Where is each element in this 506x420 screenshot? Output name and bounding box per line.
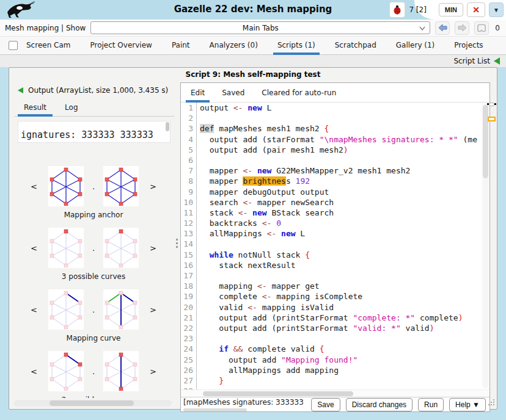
tab-saved[interactable]: Saved — [221, 86, 246, 102]
chevron-down-icon: ▼ — [493, 7, 499, 13]
collapse-output-icon[interactable] — [18, 87, 23, 93]
arrow-right-icon — [458, 24, 467, 32]
mesh-caption: 2 possible curves — [14, 396, 173, 398]
mesh-image-right — [103, 289, 139, 330]
tab-gallery[interactable]: Gallery (1) — [395, 36, 436, 55]
output-header: Output (ArrayList, size 1,000, 3.435 s) — [28, 86, 168, 95]
marker-range-widget[interactable] — [487, 102, 496, 106]
code-line: 18 mapping <- mapper get — [181, 281, 490, 291]
discard-changes-button[interactable]: Discard changes — [346, 398, 413, 411]
mesh-diagram — [49, 290, 83, 329]
arrow-left-icon — [438, 24, 447, 32]
result-text: ignatures: 333333 333333 — [21, 129, 153, 140]
mesh-next-button[interactable]: > — [147, 182, 159, 191]
back-button[interactable] — [435, 21, 450, 35]
main-tabs-select-value: Main Tabs — [243, 24, 279, 32]
script-panel: Script 9: Mesh self-mapping test Output … — [9, 67, 497, 410]
code-line: 4 output add (starFormat "\nmapMeshes si… — [181, 134, 490, 145]
mesh-diagram — [49, 167, 83, 206]
mesh-next-button[interactable]: > — [147, 305, 159, 314]
mesh-list: <.>Mapping anchor<.>3 possible curves<.>… — [14, 158, 173, 398]
tab-paint[interactable]: Paint — [170, 36, 191, 55]
tab-cleared-for-auto-run[interactable]: Cleared for auto-run — [260, 86, 337, 102]
mesh-next-button[interactable]: > — [147, 244, 159, 253]
mesh-prev-button[interactable]: < — [28, 244, 40, 253]
tab-log[interactable]: Log — [64, 101, 79, 116]
history-count: 0 — [494, 24, 501, 32]
mesh-image-right — [103, 228, 139, 268]
code-line: 15 while notNull stack { — [181, 250, 490, 260]
debug-button[interactable] — [389, 2, 405, 18]
mesh-diagram — [104, 352, 138, 391]
main-tabs-bar: Screen Cam Project Overview Paint Analyz… — [0, 37, 506, 55]
home-button[interactable] — [474, 21, 489, 35]
mesh-prev-button[interactable]: < — [28, 305, 40, 314]
code-line: 13 allMappings <- new L — [181, 228, 490, 239]
result-scrollbar[interactable] — [166, 122, 169, 131]
editor-tabs: Edit Saved Cleared for auto-run — [181, 83, 490, 103]
close-button[interactable]: ✕ — [467, 2, 485, 17]
mesh-image-left — [48, 228, 84, 268]
title-bar: Gazelle 22 dev: Mesh mapping 7 [2] MIN ✕… — [0, 0, 506, 20]
output-horizontal-scrollbar[interactable] — [14, 400, 172, 407]
editor-panel: Edit Saved Cleared for auto-run 1output … — [180, 82, 490, 412]
code-line: 16 stack nextResult — [181, 260, 490, 270]
code-line: 8 mapper brightness 192 — [181, 176, 490, 186]
output-panel: Output (ArrayList, size 1,000, 3.435 s) … — [9, 81, 174, 409]
mesh-diagram — [104, 167, 138, 206]
script-list-link[interactable]: Script List — [453, 57, 490, 65]
tab-result[interactable]: Result — [23, 101, 48, 116]
editor-status-bar: [mapMeshes signatures: 333333 333333, <M… — [181, 397, 490, 411]
mesh-next-button[interactable]: > — [147, 367, 159, 376]
tab-scratchpad[interactable]: Scratchpad — [334, 36, 378, 55]
status-scrollbar[interactable] — [183, 408, 247, 411]
mesh-diagram — [104, 228, 138, 267]
mesh-pair-separator: . — [92, 367, 95, 376]
mesh-image-left — [48, 166, 84, 206]
tab-project-overview[interactable]: Project Overview — [89, 36, 153, 55]
mesh-caption: 3 possible curves — [14, 272, 173, 281]
code-line: 10 search <- mapper newSearch — [181, 197, 490, 208]
mesh-pair-separator: . — [92, 182, 95, 191]
main-tabs-select[interactable]: Main Tabs — [90, 21, 430, 34]
mesh-image-right — [103, 166, 139, 206]
resize-grip[interactable] — [487, 399, 494, 407]
mesh-prev-button[interactable]: < — [28, 367, 40, 376]
code-editor[interactable]: 1output <- new L23def mapMeshes mesh1 me… — [181, 103, 490, 389]
window-menu-button[interactable]: ▼ — [489, 2, 504, 17]
code-line: 19 complete <- mapping isComplete — [181, 291, 490, 302]
tab-scripts[interactable]: Scripts (1) — [276, 36, 317, 55]
tab-edit[interactable]: Edit — [189, 86, 206, 102]
code-line: 22 output add (printStarFormat "valid: *… — [181, 323, 490, 333]
tab-analyzers[interactable]: Analyzers (0) — [208, 36, 259, 55]
bug-count: 7 [2] — [409, 5, 426, 14]
minimize-button[interactable]: MIN — [439, 3, 463, 16]
show-label: Mesh mapping | Show — [5, 24, 86, 32]
run-button[interactable]: Run — [418, 398, 444, 411]
save-button[interactable]: Save — [311, 398, 340, 411]
search-match-marker[interactable] — [488, 117, 496, 121]
code-line: 25 output add "Mapping found!" — [181, 355, 490, 365]
mesh-prev-button[interactable]: < — [28, 182, 40, 191]
help-button[interactable]: Help ▼ — [449, 398, 486, 411]
screen-cam-checkbox[interactable] — [9, 41, 18, 50]
mesh-pair-separator: . — [92, 244, 95, 253]
mesh-image-left — [48, 289, 84, 330]
code-line: 3def mapMeshes mesh1 mesh2 { — [181, 123, 490, 134]
collapse-left-icon[interactable] — [494, 57, 500, 65]
tab-projects[interactable]: Projects — [453, 36, 484, 55]
code-line: 12 backtracks <- 0 — [181, 218, 490, 228]
editor-horizontal-scrollbar[interactable] — [181, 389, 490, 397]
mesh-caption: Mapping curve — [14, 334, 173, 342]
output-tabs: Result Log — [14, 98, 174, 117]
scrollbar-thumb[interactable] — [50, 400, 134, 406]
mesh-diagram — [49, 352, 83, 391]
forward-button[interactable] — [455, 21, 469, 35]
panel-splitter[interactable] — [174, 81, 180, 409]
mesh-image-right — [103, 351, 139, 391]
code-line: 21 output add (printStarFormat "complete… — [181, 313, 490, 323]
scrollbar-thumb[interactable] — [203, 391, 353, 396]
status-text: [mapMeshes signatures: 333333 333333, <M… — [183, 398, 306, 407]
code-line: 6 — [181, 155, 490, 165]
result-output-box[interactable]: ignatures: 333333 333333 — [18, 121, 170, 143]
